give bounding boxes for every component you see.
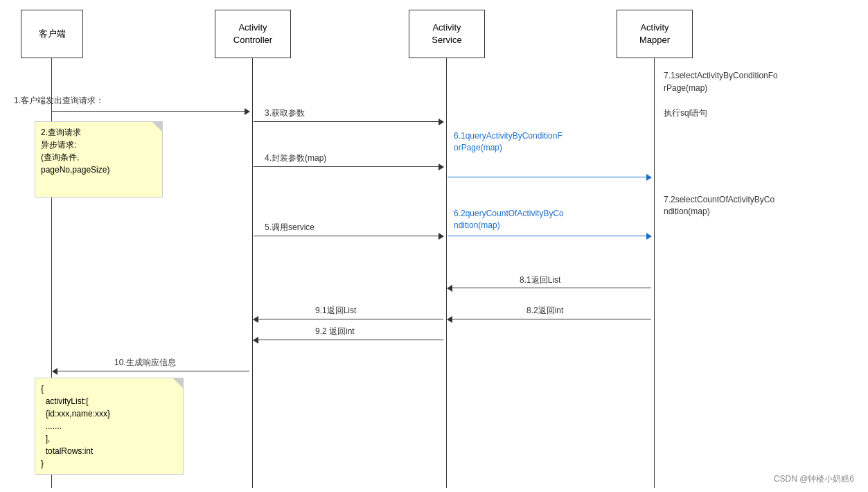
label-arrow4: 4.封装参数(map)	[265, 152, 326, 164]
arrow-61	[448, 177, 651, 177]
label-arrow10: 10.生成响应信息	[114, 357, 176, 369]
line-mapper	[654, 58, 655, 488]
label-arrow71: 7.1selectActivityByConditionForPage(map)…	[664, 69, 778, 119]
lifeline-client: 客户端	[21, 10, 83, 58]
label-arrow1: 1.客户端发出查询请求：	[14, 95, 104, 107]
note-query-request: 2.查询请求异步请求:(查询条件,pageNo,pageSize)	[35, 121, 163, 197]
sequence-diagram: 客户端 ActivityController ActivityService A…	[0, 0, 868, 492]
arrow-92	[254, 340, 443, 340]
lifeline-service: ActivityService	[409, 10, 485, 58]
label-arrow62: 6.2queryCountOfActivityByCondition(map)	[454, 208, 564, 231]
arrow-5	[254, 236, 443, 236]
arrow-62	[448, 236, 651, 236]
label-arrow3: 3.获取参数	[265, 107, 305, 119]
arrow-4	[254, 166, 443, 167]
lifeline-controller: ActivityController	[215, 10, 291, 58]
arrow-3	[254, 121, 443, 122]
arrow-1	[52, 111, 249, 112]
line-controller	[252, 58, 253, 488]
label-arrow81: 8.1返回List	[520, 274, 560, 286]
arrow-10	[53, 371, 249, 371]
label-arrow72: 7.2selectCountOfActivityByCondition(map)	[664, 194, 774, 218]
watermark: CSDN @钟楼小奶糕6	[774, 473, 854, 485]
lifeline-mapper: ActivityMapper	[617, 10, 693, 58]
label-arrow82: 8.2返回int	[526, 305, 563, 317]
line-service	[446, 58, 447, 488]
label-arrow91: 9.1返回List	[315, 305, 356, 317]
arrow-81	[448, 288, 651, 288]
arrow-91	[254, 319, 443, 319]
arrow-82	[448, 319, 651, 319]
label-arrow5: 5.调用service	[265, 222, 315, 234]
label-arrow92: 9.2 返回int	[315, 326, 355, 337]
label-arrow61: 6.1queryActivityByConditionForPage(map)	[454, 130, 563, 154]
note-response: { activityList:[ {id:xxx,name:xxx} .....…	[35, 378, 184, 475]
